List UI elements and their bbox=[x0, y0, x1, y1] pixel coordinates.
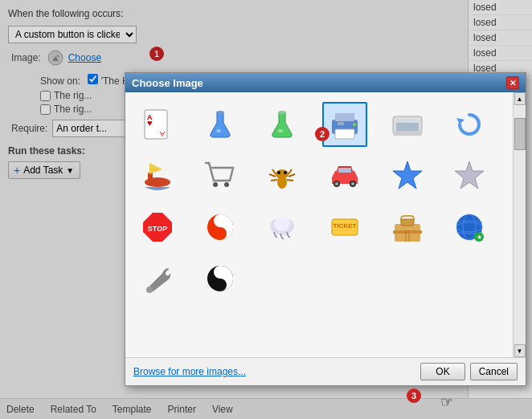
scroll-down-button[interactable]: ▼ bbox=[514, 344, 526, 357]
svg-point-33 bbox=[277, 171, 280, 174]
modal-titlebar: Choose Image ✕ bbox=[125, 73, 526, 92]
svg-rect-21 bbox=[148, 173, 153, 184]
svg-rect-13 bbox=[338, 122, 344, 125]
svg-rect-35 bbox=[338, 168, 351, 173]
icon-cell-flask-blue[interactable] bbox=[198, 102, 243, 147]
svg-line-28 bbox=[269, 174, 276, 177]
svg-text:♥: ♥ bbox=[147, 118, 153, 128]
icon-cell-stop[interactable]: STOP bbox=[135, 205, 180, 250]
cancel-button[interactable]: Cancel bbox=[470, 363, 518, 380]
svg-point-14 bbox=[353, 123, 356, 126]
modal-title: Choose Image bbox=[132, 77, 203, 89]
icon-cell-spider[interactable] bbox=[260, 153, 305, 198]
svg-point-65 bbox=[146, 287, 153, 293]
svg-point-26 bbox=[277, 176, 287, 189]
scroll-thumb[interactable] bbox=[514, 118, 526, 150]
svg-point-46 bbox=[218, 231, 223, 236]
icon-cell-yin-yang[interactable] bbox=[198, 256, 243, 301]
svg-marker-22 bbox=[149, 163, 162, 174]
icon-cell-cloud[interactable] bbox=[260, 205, 305, 250]
modal-footer: Browse for more images... OK Cancel bbox=[125, 357, 526, 385]
svg-text:STOP: STOP bbox=[148, 225, 167, 233]
svg-marker-41 bbox=[455, 161, 484, 189]
svg-marker-40 bbox=[393, 161, 422, 189]
icon-cell-yin-yang-red[interactable] bbox=[198, 205, 243, 250]
svg-line-31 bbox=[289, 174, 295, 177]
icon-cell-ticket[interactable]: TICKET bbox=[322, 205, 367, 250]
svg-point-39 bbox=[351, 182, 354, 185]
svg-point-37 bbox=[335, 182, 338, 185]
svg-rect-12 bbox=[335, 129, 354, 139]
svg-text:★: ★ bbox=[477, 234, 482, 241]
svg-line-30 bbox=[289, 169, 292, 174]
icon-cell-wrench[interactable] bbox=[135, 256, 180, 301]
svg-point-8 bbox=[278, 111, 286, 114]
svg-point-24 bbox=[224, 182, 229, 187]
svg-point-45 bbox=[218, 218, 223, 223]
choose-image-dialog: Choose Image ✕ A ♥ A bbox=[125, 72, 526, 386]
icon-cell-car[interactable] bbox=[322, 153, 367, 198]
svg-text:TICKET: TICKET bbox=[334, 222, 357, 230]
svg-text:A: A bbox=[160, 130, 165, 138]
svg-point-68 bbox=[218, 283, 223, 287]
svg-rect-18 bbox=[393, 131, 422, 136]
svg-point-7 bbox=[216, 129, 221, 132]
footer-buttons: OK Cancel bbox=[420, 363, 518, 380]
ok-button[interactable]: OK bbox=[420, 363, 464, 380]
svg-point-67 bbox=[218, 270, 223, 275]
svg-line-32 bbox=[287, 180, 293, 181]
svg-point-6 bbox=[216, 111, 224, 114]
svg-marker-19 bbox=[456, 118, 464, 124]
svg-line-29 bbox=[271, 180, 277, 181]
modal-close-button[interactable]: ✕ bbox=[506, 76, 519, 89]
svg-point-9 bbox=[278, 129, 283, 132]
icon-cell-refresh[interactable] bbox=[447, 102, 492, 147]
icon-cell-cart[interactable] bbox=[198, 153, 243, 198]
svg-point-34 bbox=[284, 171, 287, 174]
icon-cell-boat[interactable] bbox=[135, 153, 180, 198]
icon-cell-toolbox[interactable] bbox=[385, 205, 430, 250]
icon-cell-star-gray[interactable] bbox=[447, 153, 492, 198]
svg-rect-56 bbox=[401, 219, 414, 226]
scroll-up-button[interactable]: ▲ bbox=[514, 92, 526, 105]
svg-line-27 bbox=[272, 169, 276, 174]
icon-cell-scanner[interactable] bbox=[385, 102, 430, 147]
svg-rect-11 bbox=[335, 113, 354, 121]
icon-cell-globe[interactable]: ★ bbox=[447, 205, 492, 250]
scrollbar: ▲ ▼ bbox=[513, 92, 526, 357]
svg-point-50 bbox=[274, 217, 290, 231]
browse-link[interactable]: Browse for more images... bbox=[133, 366, 246, 377]
icon-cell-printer[interactable] bbox=[322, 102, 367, 147]
svg-rect-17 bbox=[396, 120, 419, 123]
svg-rect-57 bbox=[393, 230, 422, 234]
svg-point-23 bbox=[213, 182, 218, 187]
badge-3: 3 bbox=[407, 388, 421, 403]
icon-cell-card[interactable]: A ♥ A bbox=[135, 102, 180, 147]
icon-cell-flask-green[interactable] bbox=[260, 102, 305, 147]
badge-2: 2 bbox=[315, 127, 329, 141]
icon-cell-star-blue[interactable] bbox=[385, 153, 430, 198]
